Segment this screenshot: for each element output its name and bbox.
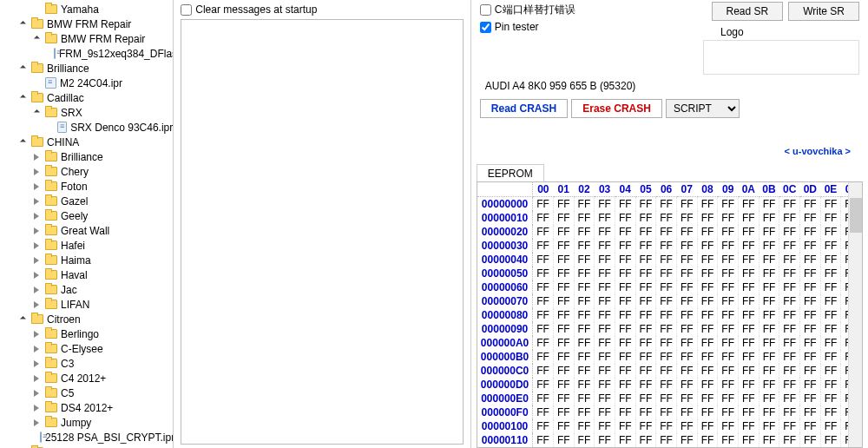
tree-item[interactable]: Berlingo <box>0 326 173 341</box>
hex-cell[interactable]: FF <box>779 322 800 336</box>
hex-cell[interactable]: FF <box>676 378 697 392</box>
collapse-icon[interactable] <box>17 314 28 325</box>
hex-cell[interactable]: FF <box>759 322 779 336</box>
hex-cell[interactable]: FF <box>533 267 554 280</box>
hex-scrollbar[interactable] <box>848 182 862 447</box>
collapse-icon[interactable] <box>31 108 42 118</box>
hex-cell[interactable]: FF <box>718 253 739 267</box>
hex-cell[interactable]: FF <box>635 419 656 433</box>
hex-cell[interactable]: FF <box>635 392 656 405</box>
hex-cell[interactable]: FF <box>595 336 615 350</box>
hex-cell[interactable]: FF <box>718 197 739 212</box>
hex-cell[interactable]: FF <box>533 197 554 212</box>
hex-cell[interactable]: FF <box>759 211 779 225</box>
hex-cell[interactable]: FF <box>779 225 800 239</box>
hex-cell[interactable]: FF <box>799 239 820 253</box>
hex-cell[interactable]: FF <box>779 405 800 419</box>
hex-cell[interactable]: FF <box>738 433 759 447</box>
hex-cell[interactable]: FF <box>738 197 759 212</box>
expand-icon[interactable] <box>31 388 42 399</box>
hex-cell[interactable]: FF <box>615 378 635 392</box>
hex-cell[interactable]: FF <box>615 280 635 294</box>
hex-cell[interactable]: FF <box>779 336 800 350</box>
hex-cell[interactable]: FF <box>718 239 739 253</box>
hex-cell[interactable]: FF <box>656 197 677 212</box>
hex-cell[interactable]: FF <box>595 308 615 322</box>
hex-cell[interactable]: FF <box>676 364 697 378</box>
hex-cell[interactable]: FF <box>799 253 820 267</box>
clear-startup-row[interactable]: Clear messages at startup <box>181 2 464 17</box>
hex-cell[interactable]: FF <box>697 433 718 447</box>
hex-cell[interactable]: FF <box>697 308 718 322</box>
hex-cell[interactable]: FF <box>656 225 677 239</box>
hex-cell[interactable]: FF <box>779 350 800 364</box>
hex-cell[interactable]: FF <box>615 392 635 405</box>
messages-box[interactable] <box>181 19 464 445</box>
tree-item[interactable]: Gazel <box>0 194 173 208</box>
hex-cell[interactable]: FF <box>635 405 656 419</box>
hex-cell[interactable]: FF <box>656 419 677 433</box>
hex-cell[interactable]: FF <box>676 267 697 280</box>
tree-item[interactable]: DACIA <box>0 445 173 448</box>
expand-icon[interactable] <box>31 152 42 162</box>
pin-tester-checkbox[interactable] <box>480 22 491 33</box>
tree-item[interactable]: SRX <box>0 105 173 120</box>
script-select[interactable]: SCRIPT <box>666 99 740 118</box>
hex-cell[interactable]: FF <box>820 253 841 267</box>
collapse-icon[interactable] <box>17 19 28 30</box>
hex-cell[interactable]: FF <box>533 364 554 378</box>
hex-cell[interactable]: FF <box>718 308 739 322</box>
c-port-checkbox[interactable] <box>480 4 491 16</box>
hex-cell[interactable]: FF <box>656 405 677 419</box>
hex-cell[interactable]: FF <box>759 197 779 212</box>
hex-cell[interactable]: FF <box>676 253 697 267</box>
hex-cell[interactable]: FF <box>779 267 800 280</box>
hex-cell[interactable]: FF <box>533 392 554 405</box>
hex-cell[interactable]: FF <box>635 253 656 267</box>
hex-cell[interactable]: FF <box>676 197 697 212</box>
hex-cell[interactable]: FF <box>595 211 615 225</box>
tree-item[interactable]: C3 <box>0 356 173 371</box>
hex-cell[interactable]: FF <box>676 225 697 239</box>
hex-cell[interactable]: FF <box>738 308 759 322</box>
hex-cell[interactable]: FF <box>656 364 677 378</box>
pin-tester-row[interactable]: Pin tester <box>480 19 575 35</box>
hex-cell[interactable]: FF <box>533 280 554 294</box>
hex-cell[interactable]: FF <box>759 350 779 364</box>
hex-cell[interactable]: FF <box>635 294 656 308</box>
hex-cell[interactable]: FF <box>718 225 739 239</box>
hex-cell[interactable]: FF <box>697 336 718 350</box>
hex-cell[interactable]: FF <box>595 239 615 253</box>
hex-cell[interactable]: FF <box>738 267 759 280</box>
hex-cell[interactable]: FF <box>676 308 697 322</box>
hex-cell[interactable]: FF <box>779 294 800 308</box>
hex-cell[interactable]: FF <box>533 308 554 322</box>
hex-cell[interactable]: FF <box>820 322 841 336</box>
hex-cell[interactable]: FF <box>553 364 574 378</box>
hex-cell[interactable]: FF <box>697 322 718 336</box>
hex-cell[interactable]: FF <box>595 280 615 294</box>
hex-cell[interactable]: FF <box>779 253 800 267</box>
hex-cell[interactable]: FF <box>635 364 656 378</box>
hex-cell[interactable]: FF <box>759 267 779 280</box>
expand-icon[interactable] <box>31 167 42 177</box>
hex-cell[interactable]: FF <box>799 336 820 350</box>
hex-cell[interactable]: FF <box>820 267 841 280</box>
hex-cell[interactable]: FF <box>718 364 739 378</box>
tree-item[interactable]: Chery <box>0 164 173 179</box>
hex-cell[interactable]: FF <box>718 294 739 308</box>
hex-cell[interactable]: FF <box>533 322 554 336</box>
tree-item[interactable]: Foton <box>0 179 173 194</box>
hex-cell[interactable]: FF <box>553 267 574 280</box>
hex-cell[interactable]: FF <box>533 239 554 253</box>
hex-cell[interactable]: FF <box>615 350 635 364</box>
hex-cell[interactable]: FF <box>799 267 820 280</box>
hex-cell[interactable]: FF <box>738 211 759 225</box>
hex-cell[interactable]: FF <box>533 336 554 350</box>
hex-cell[interactable]: FF <box>595 378 615 392</box>
hex-cell[interactable]: FF <box>820 225 841 239</box>
hex-cell[interactable]: FF <box>574 322 595 336</box>
hex-cell[interactable]: FF <box>656 239 677 253</box>
hex-cell[interactable]: FF <box>574 308 595 322</box>
tree-item[interactable]: C-Elysee <box>0 341 173 356</box>
